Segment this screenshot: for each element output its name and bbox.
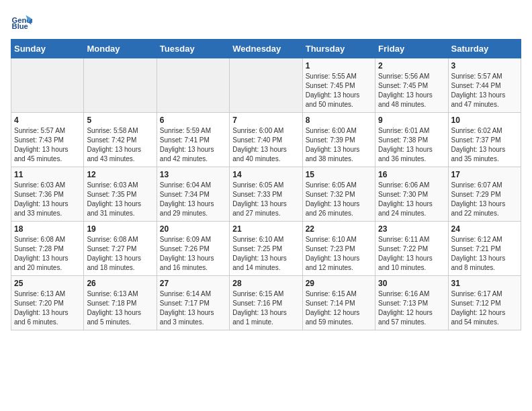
day-number: 26 <box>87 279 153 288</box>
day-cell: 22Sunrise: 6:10 AM Sunset: 7:23 PM Dayli… <box>302 222 375 276</box>
day-cell: 14Sunrise: 6:05 AM Sunset: 7:33 PM Dayli… <box>230 167 302 222</box>
day-info: Sunrise: 6:09 AM Sunset: 7:26 PM Dayligh… <box>160 235 226 273</box>
day-number: 7 <box>232 116 299 125</box>
day-info: Sunrise: 6:08 AM Sunset: 7:27 PM Dayligh… <box>87 235 153 273</box>
day-cell: 20Sunrise: 6:09 AM Sunset: 7:26 PM Dayli… <box>157 222 229 276</box>
day-info: Sunrise: 6:00 AM Sunset: 7:39 PM Dayligh… <box>306 126 372 164</box>
header-wednesday: Wednesday <box>230 40 302 58</box>
day-info: Sunrise: 6:14 AM Sunset: 7:17 PM Dayligh… <box>160 289 226 327</box>
day-cell <box>84 58 157 113</box>
day-number: 6 <box>160 116 226 125</box>
day-number: 25 <box>14 279 81 288</box>
day-number: 21 <box>232 224 299 234</box>
day-info: Sunrise: 6:13 AM Sunset: 7:20 PM Dayligh… <box>14 289 81 327</box>
day-number: 18 <box>14 224 81 234</box>
day-cell: 27Sunrise: 6:14 AM Sunset: 7:17 PM Dayli… <box>157 276 229 330</box>
day-cell: 1Sunrise: 5:55 AM Sunset: 7:45 PM Daylig… <box>302 58 375 113</box>
header-tuesday: Tuesday <box>157 40 229 58</box>
day-cell: 7Sunrise: 6:00 AM Sunset: 7:40 PM Daylig… <box>230 113 302 167</box>
header-thursday: Thursday <box>302 40 375 58</box>
day-number: 14 <box>232 170 299 179</box>
day-info: Sunrise: 5:59 AM Sunset: 7:41 PM Dayligh… <box>160 126 226 164</box>
day-cell: 31Sunrise: 6:17 AM Sunset: 7:12 PM Dayli… <box>448 276 521 330</box>
day-info: Sunrise: 6:00 AM Sunset: 7:40 PM Dayligh… <box>232 126 299 164</box>
logo: General Blue <box>11 11 38 32</box>
day-info: Sunrise: 6:08 AM Sunset: 7:28 PM Dayligh… <box>14 235 81 273</box>
day-cell: 21Sunrise: 6:10 AM Sunset: 7:25 PM Dayli… <box>230 222 302 276</box>
day-cell: 11Sunrise: 6:03 AM Sunset: 7:36 PM Dayli… <box>11 167 84 222</box>
day-info: Sunrise: 6:06 AM Sunset: 7:30 PM Dayligh… <box>378 181 445 218</box>
day-cell: 24Sunrise: 6:12 AM Sunset: 7:21 PM Dayli… <box>448 222 521 276</box>
day-info: Sunrise: 6:03 AM Sunset: 7:36 PM Dayligh… <box>14 181 81 218</box>
day-info: Sunrise: 6:15 AM Sunset: 7:16 PM Dayligh… <box>232 289 299 327</box>
day-number: 28 <box>232 279 299 288</box>
day-cell <box>11 58 84 113</box>
day-cell: 17Sunrise: 6:07 AM Sunset: 7:29 PM Dayli… <box>448 167 521 222</box>
day-number: 15 <box>306 170 372 179</box>
day-cell: 8Sunrise: 6:00 AM Sunset: 7:39 PM Daylig… <box>302 113 375 167</box>
day-info: Sunrise: 6:13 AM Sunset: 7:18 PM Dayligh… <box>87 289 153 327</box>
header-friday: Friday <box>375 40 448 58</box>
day-cell <box>230 58 302 113</box>
day-number: 12 <box>87 170 153 179</box>
day-cell: 16Sunrise: 6:06 AM Sunset: 7:30 PM Dayli… <box>375 167 448 222</box>
day-number: 17 <box>451 170 518 179</box>
day-number: 10 <box>451 116 518 125</box>
day-cell: 9Sunrise: 6:01 AM Sunset: 7:38 PM Daylig… <box>375 113 448 167</box>
day-info: Sunrise: 6:10 AM Sunset: 7:25 PM Dayligh… <box>232 235 299 273</box>
day-cell: 6Sunrise: 5:59 AM Sunset: 7:41 PM Daylig… <box>157 113 229 167</box>
day-cell: 12Sunrise: 6:03 AM Sunset: 7:35 PM Dayli… <box>84 167 157 222</box>
day-cell: 26Sunrise: 6:13 AM Sunset: 7:18 PM Dayli… <box>84 276 157 330</box>
svg-text:Blue: Blue <box>12 22 28 30</box>
day-info: Sunrise: 6:05 AM Sunset: 7:33 PM Dayligh… <box>232 181 299 218</box>
day-info: Sunrise: 5:57 AM Sunset: 7:44 PM Dayligh… <box>451 72 518 109</box>
day-info: Sunrise: 6:07 AM Sunset: 7:29 PM Dayligh… <box>451 181 518 218</box>
week-row-4: 18Sunrise: 6:08 AM Sunset: 7:28 PM Dayli… <box>11 222 521 276</box>
day-number: 3 <box>451 61 518 71</box>
day-cell: 15Sunrise: 6:05 AM Sunset: 7:32 PM Dayli… <box>302 167 375 222</box>
day-number: 2 <box>378 61 445 71</box>
day-info: Sunrise: 6:03 AM Sunset: 7:35 PM Dayligh… <box>87 181 153 218</box>
day-info: Sunrise: 6:15 AM Sunset: 7:14 PM Dayligh… <box>306 289 372 327</box>
day-number: 11 <box>14 170 81 179</box>
day-cell: 13Sunrise: 6:04 AM Sunset: 7:34 PM Dayli… <box>157 167 229 222</box>
day-info: Sunrise: 6:02 AM Sunset: 7:37 PM Dayligh… <box>451 126 518 164</box>
calendar-header-row: SundayMondayTuesdayWednesdayThursdayFrid… <box>11 40 521 58</box>
day-number: 22 <box>306 224 372 234</box>
day-cell: 28Sunrise: 6:15 AM Sunset: 7:16 PM Dayli… <box>230 276 302 330</box>
day-number: 20 <box>160 224 226 234</box>
day-info: Sunrise: 6:12 AM Sunset: 7:21 PM Dayligh… <box>451 235 518 273</box>
day-number: 16 <box>378 170 445 179</box>
day-cell: 4Sunrise: 5:57 AM Sunset: 7:43 PM Daylig… <box>11 113 84 167</box>
day-number: 13 <box>160 170 226 179</box>
week-row-5: 25Sunrise: 6:13 AM Sunset: 7:20 PM Dayli… <box>11 276 521 330</box>
calendar-table: SundayMondayTuesdayWednesdayThursdayFrid… <box>11 39 521 330</box>
day-cell: 18Sunrise: 6:08 AM Sunset: 7:28 PM Dayli… <box>11 222 84 276</box>
week-row-1: 1Sunrise: 5:55 AM Sunset: 7:45 PM Daylig… <box>11 58 521 113</box>
week-row-3: 11Sunrise: 6:03 AM Sunset: 7:36 PM Dayli… <box>11 167 521 222</box>
day-cell: 2Sunrise: 5:56 AM Sunset: 7:45 PM Daylig… <box>375 58 448 113</box>
day-number: 23 <box>378 224 445 234</box>
day-info: Sunrise: 5:57 AM Sunset: 7:43 PM Dayligh… <box>14 126 81 164</box>
day-cell: 19Sunrise: 6:08 AM Sunset: 7:27 PM Dayli… <box>84 222 157 276</box>
day-number: 31 <box>451 279 518 288</box>
week-row-2: 4Sunrise: 5:57 AM Sunset: 7:43 PM Daylig… <box>11 113 521 167</box>
header: General Blue <box>11 11 521 32</box>
header-saturday: Saturday <box>448 40 521 58</box>
day-info: Sunrise: 6:04 AM Sunset: 7:34 PM Dayligh… <box>160 181 226 218</box>
day-cell: 29Sunrise: 6:15 AM Sunset: 7:14 PM Dayli… <box>302 276 375 330</box>
day-number: 19 <box>87 224 153 234</box>
day-number: 24 <box>451 224 518 234</box>
day-number: 1 <box>306 61 372 71</box>
day-info: Sunrise: 6:01 AM Sunset: 7:38 PM Dayligh… <box>378 126 445 164</box>
day-info: Sunrise: 6:05 AM Sunset: 7:32 PM Dayligh… <box>306 181 372 218</box>
day-number: 5 <box>87 116 153 125</box>
header-monday: Monday <box>84 40 157 58</box>
day-cell <box>157 58 229 113</box>
day-number: 27 <box>160 279 226 288</box>
day-cell: 10Sunrise: 6:02 AM Sunset: 7:37 PM Dayli… <box>448 113 521 167</box>
day-info: Sunrise: 6:10 AM Sunset: 7:23 PM Dayligh… <box>306 235 372 273</box>
day-cell: 25Sunrise: 6:13 AM Sunset: 7:20 PM Dayli… <box>11 276 84 330</box>
day-info: Sunrise: 5:56 AM Sunset: 7:45 PM Dayligh… <box>378 72 445 109</box>
day-cell: 3Sunrise: 5:57 AM Sunset: 7:44 PM Daylig… <box>448 58 521 113</box>
